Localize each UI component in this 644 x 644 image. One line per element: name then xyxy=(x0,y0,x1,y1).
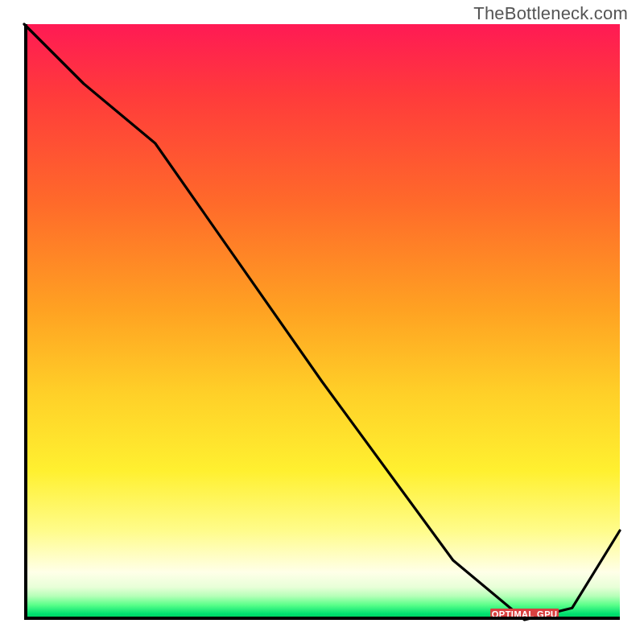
optimal-gpu-label: OPTIMAL GPU xyxy=(490,609,559,620)
chart-container: TheBottleneck.com OPTIMAL GPU xyxy=(0,0,644,644)
watermark-text: TheBottleneck.com xyxy=(473,3,628,24)
heat-gradient xyxy=(24,24,620,620)
plot-area: OPTIMAL GPU xyxy=(24,24,620,620)
